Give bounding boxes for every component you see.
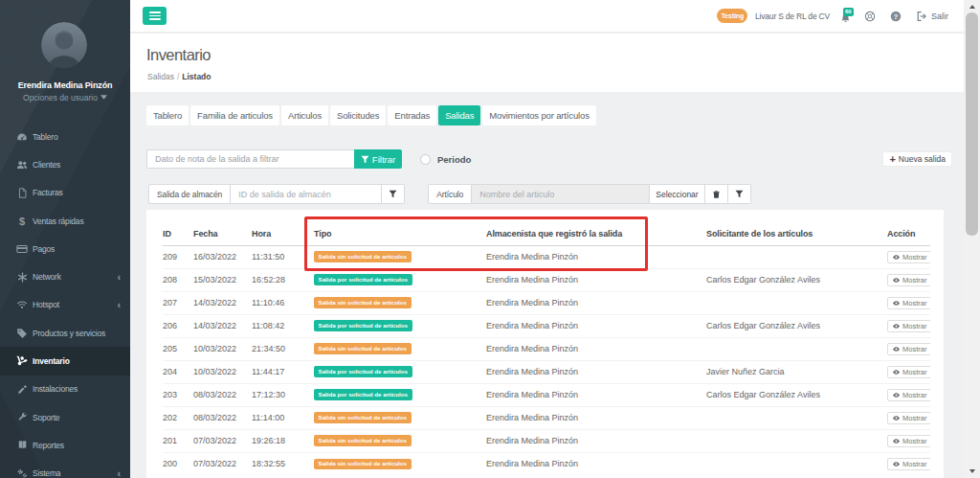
cell-solicitante [706, 245, 887, 268]
exits-table: ID Fecha Hora Tipo Almacenista que regis… [163, 210, 930, 475]
cell-almacenista: Erendira Medina Pinzón [486, 429, 706, 452]
cell-fecha: 14/03/2022 [193, 291, 252, 314]
cell-tipo: Salida sin solicitud de artículos [314, 429, 486, 452]
page-title: Inventario [146, 46, 211, 64]
tab-familia-de-articulos[interactable]: Familia de articulos [190, 105, 279, 125]
col-almacenista: Almacenista que registró la salida [486, 210, 706, 245]
show-button[interactable]: Mostrar [887, 458, 930, 470]
show-button[interactable]: Mostrar [887, 274, 930, 286]
cell-accion: Mostrar [887, 268, 930, 291]
sidebar-item-hotspot[interactable]: Hotspot ‹ [0, 291, 130, 319]
funnel-icon [361, 155, 369, 164]
chevron-left-icon: ‹ [118, 300, 121, 310]
article-filter-button[interactable] [728, 184, 751, 204]
sidebar-item-pagos[interactable]: Pagos [0, 235, 130, 262]
cell-id: 203 [163, 383, 193, 406]
warehouse-exit-id-input[interactable] [231, 184, 382, 204]
article-label: Artículo [428, 184, 472, 204]
select-article-button[interactable]: Seleccionar [650, 184, 704, 204]
show-button[interactable]: Mostrar [887, 366, 930, 378]
show-button[interactable]: Mostrar [887, 389, 930, 401]
trash-icon [712, 190, 721, 199]
type-badge: Salida por solicitud de artículos [314, 366, 412, 377]
clear-article-button[interactable] [705, 184, 728, 204]
tag-icon [16, 328, 28, 339]
sidebar-menu: Tablero Clientes Facturas $ Ventas rápid… [0, 123, 130, 478]
col-hora: Hora [252, 210, 314, 245]
filter-button[interactable]: Filtrar [354, 149, 402, 169]
cell-tipo: Salida por solicitud de artículos [314, 383, 486, 406]
cell-hora: 11:10:46 [252, 291, 314, 314]
note-filter-input[interactable] [146, 149, 354, 169]
support-button[interactable] [864, 11, 876, 22]
scrollbar-up-button[interactable] [964, 0, 980, 13]
wifi-icon [16, 299, 28, 310]
sidebar-item-inventario[interactable]: Inventario [0, 347, 130, 375]
col-id: ID [163, 210, 193, 245]
scrollbar-down-button[interactable] [964, 465, 980, 478]
breadcrumb-parent[interactable]: Salidas [147, 72, 174, 81]
show-button[interactable]: Mostrar [887, 251, 930, 263]
notifications-count-badge: 60 [843, 8, 854, 16]
cell-almacenista: Erendira Medina Pinzón [486, 245, 706, 268]
sidebar-item-label: Clientes [33, 160, 60, 170]
show-button[interactable]: Mostrar [887, 320, 930, 332]
company-name: Livaur S de RL de CV [755, 11, 830, 21]
tab-salidas[interactable]: Salidas [438, 105, 480, 125]
cell-almacenista: Erendira Medina Pinzón [486, 383, 706, 406]
chevron-left-icon: ‹ [118, 468, 121, 478]
sidebar-item-ventas-rapidas[interactable]: $ Ventas rápidas [0, 207, 130, 235]
show-button[interactable]: Mostrar [887, 297, 930, 309]
scrollbar-thumb[interactable] [966, 12, 978, 236]
cell-tipo: Salida sin solicitud de artículos [314, 452, 486, 475]
cell-almacenista: Erendira Medina Pinzón [486, 291, 706, 314]
notifications-button[interactable]: 60 [840, 13, 851, 24]
user-options-toggle[interactable]: Opciones de usuario [0, 93, 130, 102]
caret-down-icon [100, 95, 107, 100]
sidebar-item-label: Reportes [33, 441, 64, 450]
cell-tipo: Salida por solicitud de artículos [314, 314, 486, 337]
tab-entradas[interactable]: Entradas [388, 105, 436, 125]
tab-movimientos-por-articulos[interactable]: Movimientos por artículos [482, 105, 595, 125]
cell-tipo: Salida por solicitud de artículos [314, 360, 486, 383]
article-name-input[interactable] [472, 184, 650, 204]
cell-tipo: Salida sin solicitud de artículos [314, 406, 486, 429]
new-exit-button[interactable]: + Nueva salida [882, 151, 952, 167]
show-button[interactable]: Mostrar [887, 412, 930, 424]
cell-solicitante [706, 429, 887, 452]
vertical-scrollbar[interactable] [964, 0, 980, 478]
warehouse-filter-button[interactable] [382, 184, 405, 204]
help-button[interactable]: ? [890, 11, 902, 22]
sidebar-item-instalaciones[interactable]: Instalaciones [0, 376, 130, 403]
cell-almacenista: Erendira Medina Pinzón [486, 337, 706, 360]
cell-accion: Mostrar [887, 383, 930, 406]
show-button[interactable]: Mostrar [887, 343, 930, 355]
period-radio[interactable] [420, 154, 431, 165]
sidebar-item-tablero[interactable]: Tablero [0, 123, 130, 150]
sidebar-item-reportes[interactable]: Reportes [0, 431, 130, 459]
cell-accion: Mostrar [887, 337, 930, 360]
eye-icon [892, 253, 901, 262]
cell-hora: 11:44:17 [252, 360, 314, 383]
tab-solicitudes[interactable]: Solicitudes [330, 105, 386, 125]
tab-tablero[interactable]: Tablero [146, 105, 189, 125]
sidebar-item-facturas[interactable]: Facturas [0, 179, 130, 207]
note-filter-group: Filtrar [146, 149, 402, 169]
sidebar-item-sistema[interactable]: Sistema ‹ [0, 460, 130, 478]
asterisk-icon [16, 271, 28, 283]
sidebar-item-network[interactable]: Network ‹ [0, 262, 130, 290]
cell-id: 207 [163, 291, 193, 314]
avatar[interactable] [41, 22, 87, 68]
sidebar-toggle-button[interactable] [143, 7, 167, 25]
sign-out-icon [916, 11, 927, 22]
cell-almacenista: Erendira Medina Pinzón [486, 406, 706, 429]
avatar-person-icon [41, 22, 87, 68]
sidebar-item-clientes[interactable]: Clientes [0, 150, 130, 178]
logout-button[interactable]: Salir [916, 11, 948, 22]
cell-accion: Mostrar [887, 245, 930, 268]
tab-articulos[interactable]: Articulos [281, 105, 328, 125]
sidebar-item-productos-y-servicios[interactable]: Productos y servicios [0, 319, 130, 347]
secondary-filters: Salida de almacén Artículo Seleccionar [148, 184, 751, 204]
sidebar-item-soporte[interactable]: Soporte [0, 403, 130, 431]
show-button[interactable]: Mostrar [887, 435, 930, 447]
